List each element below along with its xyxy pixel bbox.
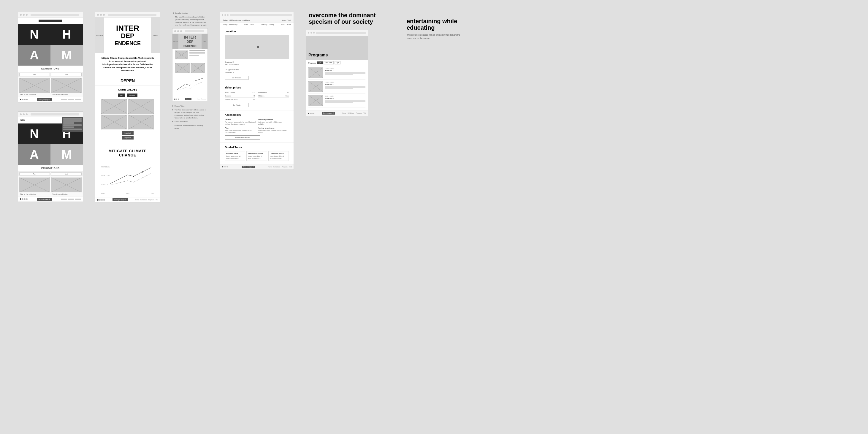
vh-dot	[227, 14, 228, 16]
pf-link-programs[interactable]: Programs	[356, 113, 362, 114]
nam-cell-m: M	[51, 45, 83, 66]
mouse-ticket-link[interactable]: Mouse Ticket	[282, 19, 290, 21]
thumb-4: Title of the exhibition	[51, 178, 82, 195]
pagination-ctrl[interactable]: Items per page: 2	[37, 98, 52, 101]
pagination-ctrl-med[interactable]: Items 2	[185, 98, 191, 100]
footer-link-s[interactable]: Visit	[156, 199, 158, 201]
bd	[180, 30, 182, 32]
vf-link-exhibitions[interactable]: Exhibitions	[273, 166, 280, 168]
dl	[325, 73, 365, 74]
scroll-wireframe-column: INTER INTER DEP ENDENCE DEN Mitigate Cli…	[95, 12, 160, 203]
browser-bar-1	[18, 12, 83, 18]
bd	[177, 30, 179, 32]
footer-link[interactable]	[68, 99, 74, 100]
cv-buttons: next previous	[101, 94, 154, 97]
visit-wireframe: Today: 10:00am to open until 6pm Mouse T…	[220, 12, 294, 170]
annot-line-3-wrap: The four blocks contain either a video o…	[172, 108, 208, 119]
filter-btn-type[interactable]: Type	[317, 61, 323, 64]
thumb-img-1	[19, 78, 50, 93]
footer-link-2[interactable]	[68, 198, 74, 200]
inter-left-med: INTER	[173, 34, 178, 49]
nam-cell-a-2: A	[18, 144, 51, 165]
next-btn-2[interactable]: Next	[51, 173, 82, 176]
core-values-title: CORE VALUES	[101, 88, 154, 91]
map-pin	[256, 45, 259, 49]
footer-link-2[interactable]	[75, 198, 81, 200]
depen-word: DEPEN	[101, 79, 154, 83]
annot-line-3: The four blocks contain either a video o…	[172, 108, 208, 119]
programs-wireframe: Programs Programs Type Date / time Age 1…	[306, 30, 368, 116]
pagination-ctrl-2[interactable]: Items per page: 2	[37, 198, 52, 201]
buy-tickets-btn[interactable]: Buy Tickets	[225, 103, 248, 107]
pf-pagination[interactable]: Items per page: 2	[322, 112, 335, 115]
access-grid: Routes The museum is accessible for whee…	[225, 119, 289, 133]
pf-link-exhibitions[interactable]: Exhibitions	[348, 113, 354, 114]
prev-btn-2[interactable]: Prev	[19, 173, 50, 176]
thumb-img-3	[19, 178, 50, 192]
cv-bottom-btn[interactable]: important	[122, 131, 134, 135]
cv-bottom-btn-2[interactable]: important	[122, 136, 134, 140]
bu	[185, 30, 204, 32]
nam-cell-h: H	[51, 24, 83, 45]
browser-dot	[100, 14, 102, 16]
footer-link[interactable]	[61, 99, 67, 100]
thumb-img-2	[51, 78, 82, 93]
mobile-wireframe-2: NAM N H A M EXH	[18, 111, 83, 202]
dot-s1	[97, 199, 98, 201]
next-btn[interactable]: Next	[51, 73, 82, 76]
nav-bar-graphic	[39, 20, 62, 22]
scroll-wf-footer: Items per page: 2 Home Exhibitions Progr…	[95, 197, 160, 203]
nam-cell-m-2: M	[51, 144, 83, 165]
vh-dot	[222, 14, 223, 16]
ticket-price-1: €8	[287, 91, 289, 93]
vfd3	[225, 166, 226, 167]
prev-btn[interactable]: Prev	[19, 73, 50, 76]
inter-hero-med: INTER INTERDEPENDENCE DEN	[173, 34, 208, 49]
accessibility-more-btn[interactable]: More accessibility info	[225, 135, 260, 140]
footer-link-2[interactable]	[61, 198, 67, 200]
visit-footer: Items per page: 2 Home Exhibitions Progr…	[220, 164, 293, 169]
dl	[325, 72, 365, 73]
visit-address: Straatweg 653054 AN Rotterdam+31 (0)10 1…	[225, 61, 289, 74]
scroll-footer-links: Home Exhibitions Programs Visit	[135, 199, 158, 201]
tl	[189, 55, 199, 56]
footer-link-s[interactable]: Home	[135, 199, 139, 201]
footer-link-s[interactable]: Exhibitions	[141, 199, 147, 201]
flink[interactable]: Programs	[201, 98, 206, 100]
dl	[325, 88, 353, 89]
dot-2	[22, 99, 24, 100]
filter-btn-date[interactable]: Date / time	[323, 61, 334, 64]
vf-link-programs[interactable]: Programs	[282, 166, 288, 168]
chart-x-labels: 2000 2010 2020	[101, 192, 154, 194]
footer-link[interactable]	[75, 99, 81, 100]
annot-line-4-wrap: Scroll animation: Lines and blocks form …	[172, 121, 208, 130]
ticket-label-0: Adults tourists	[225, 91, 235, 93]
flink[interactable]: Home	[197, 98, 200, 100]
pfd4	[313, 113, 314, 114]
ticket-item-1: Adults local €8	[258, 91, 289, 94]
pf-link-home[interactable]: Home	[342, 113, 346, 114]
pfd3	[311, 113, 313, 114]
prev-next-btns: Prev Next	[18, 72, 83, 77]
browser-bar-2	[18, 112, 83, 117]
mobile-footer-2: Items per page: 2	[18, 196, 83, 202]
access-text-1: Audio tours and tactile exhibitions are …	[258, 121, 289, 125]
vf-link-visit[interactable]: Visit	[289, 166, 292, 168]
tour-title-2: Collection Tours	[270, 153, 287, 154]
chart-svg: HIGH LEVEL CORE LEVEL LOW LEVEL	[101, 161, 154, 191]
get-directions-btn[interactable]: Get Directions	[225, 76, 248, 80]
hamburger-menu[interactable]	[62, 117, 83, 132]
tours-grid: Biomed Tours Lorem ipsum dolor sit amet …	[225, 151, 289, 161]
scroll-annotation-text-1: Scroll animation:	[175, 12, 188, 14]
pagination-ctrl-scroll[interactable]: Items per page: 2	[113, 198, 128, 201]
vf-pagination[interactable]: Items per page: 2	[242, 166, 255, 168]
cv-btn-2[interactable]: previous	[127, 94, 137, 97]
pf-link-visit[interactable]: Visit	[364, 113, 366, 114]
main-canvas: N H A M EXHIBITIONS Prev Next Title of t…	[0, 0, 868, 215]
mini-chart	[175, 75, 205, 93]
cv-btn-1[interactable]: next	[118, 94, 125, 97]
vf-link-home[interactable]: Home	[268, 166, 272, 168]
filter-btn-age[interactable]: Age	[335, 61, 340, 64]
vh-dot	[224, 14, 226, 16]
footer-link-s[interactable]: Programs	[148, 199, 154, 201]
